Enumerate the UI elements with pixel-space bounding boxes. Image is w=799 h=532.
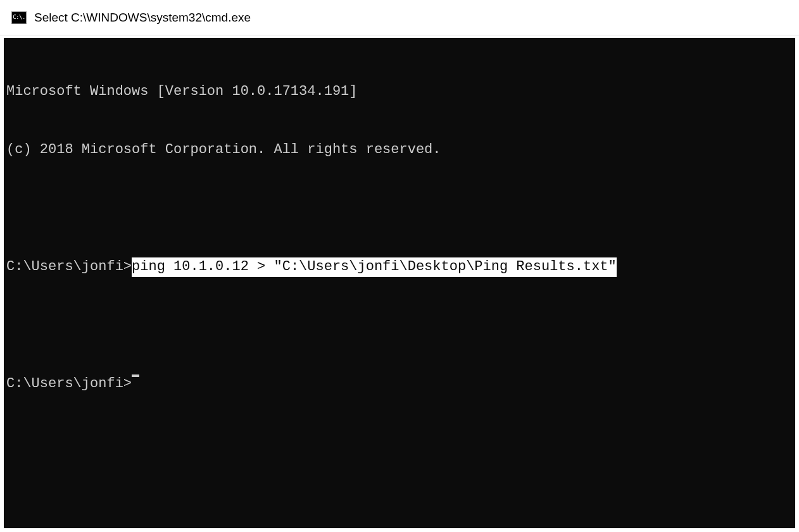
cmd-icon: C:\. — [11, 11, 27, 24]
blank-line-2 — [6, 316, 793, 335]
prompt-2-path: C:\Users\jonfi> — [6, 374, 132, 394]
prompt-1-command-selected[interactable]: ping 10.1.0.12 > "C:\Users\jonfi\Desktop… — [132, 257, 617, 277]
banner-line-2: (c) 2018 Microsoft Corporation. All righ… — [6, 140, 793, 160]
prompt-1-path: C:\Users\jonfi> — [6, 257, 132, 277]
banner-line-1: Microsoft Windows [Version 10.0.17134.19… — [6, 82, 793, 102]
prompt-line-1: C:\Users\jonfi>ping 10.1.0.12 > "C:\User… — [6, 257, 793, 277]
cmd-icon-text: C:\. — [13, 15, 25, 20]
title-bar[interactable]: C:\. Select C:\WINDOWS\system32\cmd.exe — [0, 0, 799, 35]
cursor — [132, 374, 139, 377]
cmd-window: C:\. Select C:\WINDOWS\system32\cmd.exe … — [0, 0, 799, 532]
prompt-line-2: C:\Users\jonfi> — [6, 374, 793, 394]
window-title: Select C:\WINDOWS\system32\cmd.exe — [34, 11, 251, 25]
terminal-area[interactable]: Microsoft Windows [Version 10.0.17134.19… — [0, 35, 799, 532]
blank-line — [6, 199, 793, 218]
